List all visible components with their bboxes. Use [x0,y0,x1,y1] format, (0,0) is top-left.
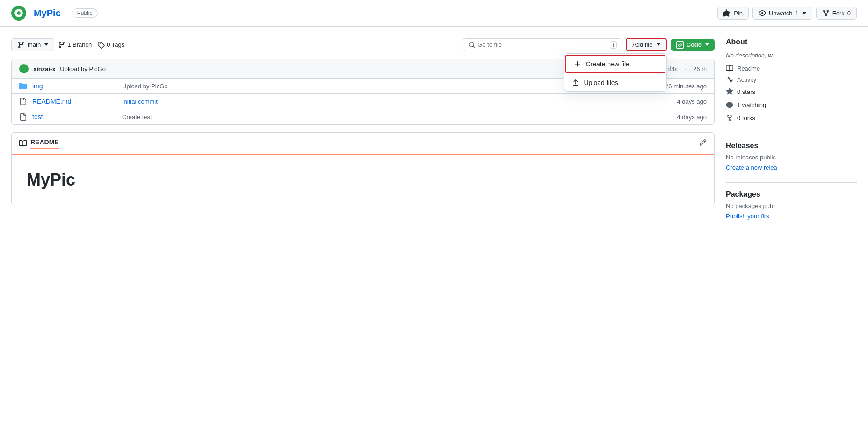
plus-icon [574,60,581,68]
file-name-img[interactable]: img [32,82,116,90]
repo-title[interactable]: MyPic [34,8,61,19]
search-input[interactable] [477,41,610,48]
branch-count: 1 Branch [67,41,92,48]
readme-section: README MyPic [11,132,715,205]
add-file-chevron [657,43,660,46]
publish-link[interactable]: Publish your firs [726,213,769,220]
create-new-file-label: Create new file [586,60,629,68]
commit-time: 26 m [693,65,707,72]
create-release-link[interactable]: Create a new relea [726,164,777,171]
top-actions: Pin Unwatch 1 Fork 0 [717,7,857,20]
fork-count: 0 [847,10,851,17]
repo-area: main 1 Branch 0 Tags t A [11,38,715,220]
unwatch-chevron [803,12,806,14]
releases-title: Releases [726,142,857,150]
commit-message: Upload by PicGo [60,65,106,72]
code-label: Code [687,41,702,48]
add-file-dropdown: Create new file Upload files [564,53,667,92]
tag-icon [97,41,105,49]
branch-meta: 1 Branch 0 Tags [58,41,124,49]
pulse-icon [726,76,733,83]
commit-info: xinzai-x Upload by PicGo [33,65,648,72]
file-name-readme[interactable]: README.md [32,98,116,105]
branch-chevron [44,43,48,46]
file-commit-readme[interactable]: Initial commit [122,98,671,105]
activity-link[interactable]: Activity [726,76,857,83]
book-link-icon [726,64,733,72]
about-title: About [726,38,857,46]
packages-section: Packages No packages publi Publish your … [726,182,857,220]
code-icon [676,41,684,49]
add-file-label: Add file [632,41,652,48]
file-commit-test: Create test [122,114,671,121]
top-bar: MyPic Public Pin Unwatch 1 Fork 0 [0,0,868,27]
upload-files-item[interactable]: Upload files [564,74,666,91]
file-name-test[interactable]: test [32,113,116,121]
repo-logo [11,6,26,21]
upload-files-label: Upload files [584,79,618,86]
commit-avatar [19,64,29,73]
commit-author: xinzai-x [33,65,56,72]
search-bar: t [463,38,622,51]
unwatch-count: 1 [796,10,799,17]
activity-link-text: Activity [737,76,756,83]
tag-count-link[interactable]: 0 Tags [97,41,124,49]
file-time-img: 26 minutes ago [665,83,707,90]
main-content: main 1 Branch 0 Tags t A [0,27,868,231]
branch-count-icon [58,41,65,49]
add-file-button[interactable]: Add file [626,38,666,51]
folder-icon [19,82,27,90]
file-time-readme: 4 days ago [677,98,707,105]
logo-icon [14,8,23,18]
about-desc: No description, w [726,52,857,59]
file-icon [19,98,27,105]
stars-stat: 0 stars [726,87,857,96]
forks-stat: 0 forks [726,113,857,122]
code-button[interactable]: Code [671,39,715,51]
table-row: README.md Initial commit 4 days ago [12,94,714,109]
packages-title: Packages [726,190,857,199]
forks-count: 0 forks [737,115,755,122]
packages-desc: No packages publi [726,202,857,209]
file-icon-2 [19,113,27,121]
create-new-file-item[interactable]: Create new file [565,55,665,73]
eye-stat-icon [726,101,733,108]
branch-selector[interactable]: main [11,38,54,51]
search-kbd: t [610,41,617,49]
repo-toolbar: main 1 Branch 0 Tags t A [11,38,715,51]
branch-count-link[interactable]: 1 Branch [58,41,92,49]
pin-button[interactable]: Pin [717,7,749,20]
table-row: test Create test 4 days ago [12,109,714,124]
about-links: Readme Activity 0 stars 1 watching 0 for… [726,64,857,122]
svg-point-1 [17,11,21,15]
tag-count: 0 Tags [107,41,124,48]
star-icon [726,88,733,95]
watching-count: 1 watching [737,101,766,108]
upload-icon [572,79,579,86]
readme-header: README [12,133,714,155]
pin-label: Pin [734,10,743,17]
releases-section: Releases No releases publis Create a new… [726,134,857,171]
fork-button[interactable]: Fork 0 [816,7,857,20]
unwatch-label: Unwatch [769,10,793,17]
fork-stat-icon [726,114,733,122]
unwatch-button[interactable]: Unwatch 1 [752,7,812,20]
about-section: About No description, w Readme Activity … [726,38,857,122]
add-file-wrapper: Add file Create new file Upload files [626,38,666,51]
readme-body: MyPic [12,155,714,205]
stars-count: 0 stars [737,88,755,95]
pin-icon [723,9,731,17]
branch-icon [17,41,25,49]
pencil-icon [699,139,707,146]
readme-title-text: README [30,138,59,149]
code-chevron [705,43,709,46]
readme-edit-button[interactable] [699,139,707,148]
branch-name: main [28,41,41,48]
book-icon [19,140,27,147]
fork-icon [822,9,830,17]
search-icon [468,41,476,49]
sidebar: About No description, w Readme Activity … [726,38,857,220]
commit-separator: · [685,65,687,72]
readme-link-text: Readme [737,65,760,72]
readme-link[interactable]: Readme [726,64,857,72]
